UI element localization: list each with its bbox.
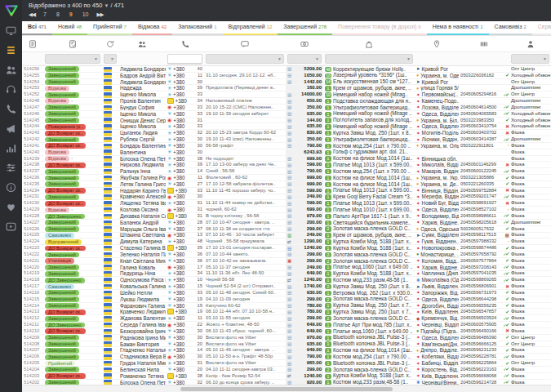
return-cross-icon: -✖	[505, 163, 508, 167]
sidebar-item-settings[interactable]	[4, 163, 18, 174]
ukraine-flag-icon	[104, 284, 112, 290]
filter-dropdown[interactable]: ▼	[206, 54, 284, 64]
tracking-column-header[interactable]	[459, 36, 509, 51]
price-column-header[interactable]	[286, 36, 323, 51]
customer-column-header[interactable]	[118, 36, 166, 51]
blue-carrier-icon: ❋	[416, 278, 420, 283]
filter-dropdown[interactable]: ▼	[104, 54, 117, 64]
sidebar-item-info[interactable]	[4, 183, 18, 194]
tab-4[interactable]: Запакований1	[172, 21, 222, 35]
filter-dropdown[interactable]: ▼	[287, 54, 322, 64]
sidebar-item-customers[interactable]	[4, 65, 18, 76]
order-id: 514237	[22, 168, 43, 174]
sidebar-item-marketing[interactable]	[4, 124, 18, 135]
app-logo[interactable]	[0, 0, 22, 21]
phone-cell: ✳+380	[166, 328, 192, 334]
tab-1[interactable]: Новий48	[52, 21, 87, 35]
sidebar-item-dashboard[interactable]	[4, 26, 18, 37]
source-text: Фішка	[509, 194, 551, 199]
source-text: Опт Центр	[509, 91, 551, 97]
tracking-cell: 0503223983350✔	[459, 118, 509, 123]
city-cell: ✦Чернівці, Віддіп..	[415, 322, 459, 327]
status-badge: Завершений	[45, 137, 79, 143]
status-badge: ДО Возврат ск..	[45, 163, 86, 168]
sidebar-item-orders[interactable]	[4, 46, 18, 56]
receipt-icon: ▤	[287, 354, 291, 359]
kyivstar-operator-icon: ✳	[167, 316, 171, 321]
page-button-8[interactable]: 8	[56, 11, 60, 19]
order-id: 514219	[22, 270, 43, 276]
product-name: Костюм на флисе Мод.1014 (1ш..	[333, 155, 412, 161]
page-size-caret-icon[interactable]: ▼	[104, 3, 109, 8]
ukraine-flag-icon	[104, 329, 112, 335]
last-page-button[interactable]: ▶▶	[97, 11, 104, 19]
city-text: Коломия, Відд..	[422, 258, 459, 264]
price-value: 949.00	[307, 347, 322, 353]
status-column-header[interactable]	[43, 36, 102, 51]
tracking-cell: 20450601146299-✖	[459, 162, 509, 167]
tab-2[interactable]: Прийнятий7	[87, 21, 132, 35]
city-cell: ✦Кобеляки, Відді..	[415, 354, 459, 359]
nova-poshta-icon: ✦	[416, 207, 420, 212]
tab-8[interactable]: Нема в наявності1	[427, 21, 489, 35]
sidebar-item-support-team[interactable]	[4, 85, 18, 96]
sidebar-item-reports[interactable]	[4, 144, 18, 154]
nova-poshta-icon: ✦	[416, 239, 420, 244]
status-badge: Завершений	[45, 367, 79, 372]
customer-name: Романенко Тетяна	[118, 373, 166, 379]
price-cell: ▤965.00	[286, 360, 323, 366]
source-text: Фішка	[509, 149, 551, 155]
first-page-button[interactable]: ◀◀	[29, 11, 35, 19]
meest-icon: ➤	[416, 79, 420, 84]
sidebar-item-video[interactable]	[4, 222, 18, 233]
filter-dropdown[interactable]: ▼	[45, 54, 100, 64]
horizontal-scrollbar[interactable]	[22, 385, 551, 392]
price-value: 935.00	[307, 341, 322, 347]
filter-dropdown[interactable]: ▼	[511, 54, 549, 64]
price-cell: ▤249.00	[286, 194, 323, 200]
price-value: 1442.00	[304, 79, 322, 85]
days-count: 36	[192, 258, 204, 264]
comment-column-header[interactable]	[204, 36, 286, 51]
tab-7[interactable]: Повернення товару (в дорозі)0	[332, 21, 427, 35]
filter-dropdown[interactable]: ▼	[325, 54, 413, 64]
order-id-column-header[interactable]	[22, 36, 43, 51]
filter-input[interactable]	[167, 54, 202, 64]
price-cell: ▤649.00	[286, 271, 323, 277]
ttn-number: 20450596731973	[460, 290, 496, 296]
filter-cell-6: ▼	[286, 52, 323, 65]
city-text: Украина, м. Оль..	[420, 143, 459, 149]
nova-poshta-icon: ✦	[416, 271, 420, 276]
page-button-9[interactable]: 9	[69, 11, 73, 19]
person-icon	[527, 37, 535, 51]
shown-range[interactable]: Відображено з 400 по 450 ▼ / 471	[29, 2, 551, 10]
scrollbar-thumb[interactable]	[180, 387, 392, 391]
vodafone-operator-icon: ◉	[167, 194, 171, 199]
city-column-header[interactable]	[415, 36, 459, 51]
tab-0[interactable]: Всі471	[22, 21, 52, 35]
status-cell: Відмова◔	[43, 155, 102, 162]
page-button-7[interactable]: 7	[43, 11, 47, 19]
receipt-icon: ▤	[287, 143, 291, 148]
source-text: Холодный обзвон	[509, 118, 551, 123]
order-id: 514247	[22, 105, 43, 110]
tab-5[interactable]: Відправлений12	[223, 21, 278, 35]
source-column-header[interactable]	[509, 36, 551, 51]
product-column-header[interactable]	[323, 36, 415, 51]
lifecell-operator-icon	[167, 213, 174, 219]
phone-column-header[interactable]	[166, 36, 204, 51]
order-id: 514248	[22, 98, 43, 104]
tab-6[interactable]: Завершений278	[278, 21, 332, 35]
quantity-badge: 1	[325, 182, 331, 187]
page-button-10[interactable]: 10	[82, 11, 89, 19]
phone-prefix: +380	[173, 162, 184, 167]
delivered-double-check-icon: ✓✔	[503, 278, 508, 283]
lifecell-operator-icon	[167, 98, 174, 104]
tab-10[interactable]: Сервіси0	[532, 21, 551, 35]
country-column-header[interactable]	[102, 36, 118, 51]
sidebar-item-telephony[interactable]	[4, 105, 18, 115]
tab-9[interactable]: Самовивіз2	[489, 21, 532, 35]
sidebar-item-partners[interactable]	[4, 203, 18, 213]
ukraine-flag-icon	[104, 252, 112, 258]
tab-3[interactable]: Відмова42	[132, 21, 172, 35]
